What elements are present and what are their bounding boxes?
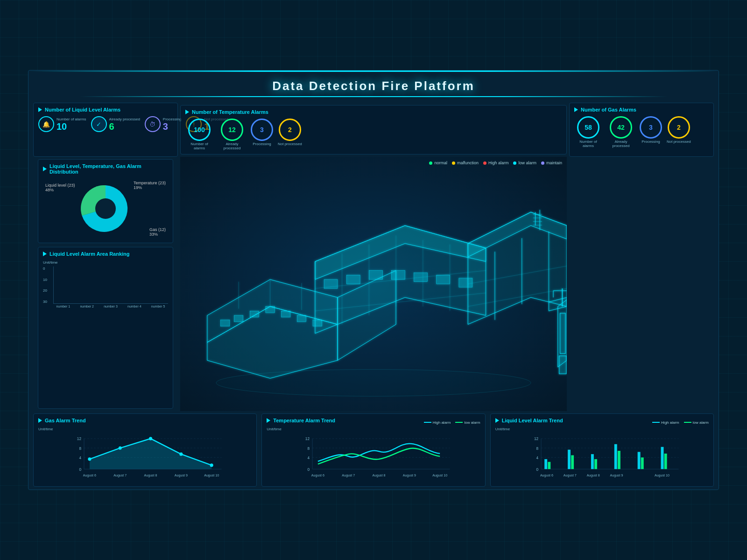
temp-alarms-widget: Number of Temperature Alarms 100 Number … xyxy=(180,105,567,154)
svg-text:0: 0 xyxy=(308,467,310,472)
svg-rect-99 xyxy=(594,459,597,469)
svg-text:August 10: August 10 xyxy=(432,474,447,477)
svg-rect-100 xyxy=(614,444,617,469)
svg-text:August 7: August 7 xyxy=(563,474,576,477)
svg-text:8: 8 xyxy=(79,446,81,451)
liquid-trend-arrow-icon xyxy=(495,418,499,423)
svg-text:12: 12 xyxy=(305,436,310,441)
svg-rect-101 xyxy=(618,451,620,469)
bottom-row: Gas Alarm Trend Unit/time 0 xyxy=(28,411,719,490)
liquid-alarms-widget: Number of Liquid Level Alarms 🔔 Number o… xyxy=(33,103,178,157)
temp-high-line-icon xyxy=(424,422,431,423)
dist-label-gas: Gas (12) 33% xyxy=(149,227,166,237)
bell-icon: 🔔 xyxy=(38,116,54,132)
svg-text:8: 8 xyxy=(536,446,538,451)
gas-trend-arrow-icon xyxy=(38,418,42,423)
svg-text:12: 12 xyxy=(534,436,539,441)
bar-x-label-2: number 2 xyxy=(77,305,97,313)
temp-trend-title: Temperature Alarm Trend xyxy=(267,418,335,423)
svg-text:August 6: August 6 xyxy=(83,474,96,477)
svg-marker-60 xyxy=(90,439,211,469)
left-column: Liquid Level, Temperature, Gas Alarm Dis… xyxy=(33,157,178,411)
gas-alarms-widget: Number of Gas Alarms 58 Number of alarms… xyxy=(569,103,714,157)
svg-rect-103 xyxy=(641,457,643,469)
area-ranking-title: Liquid Level Alarm Area Ranking xyxy=(43,251,168,257)
svg-text:August 6: August 6 xyxy=(311,474,324,477)
header-divider xyxy=(47,96,700,97)
svg-rect-8 xyxy=(282,311,290,317)
svg-text:4: 4 xyxy=(79,455,81,460)
svg-text:August 10: August 10 xyxy=(655,474,669,477)
svg-rect-105 xyxy=(664,454,667,469)
svg-text:August 8: August 8 xyxy=(373,474,386,477)
svg-text:August 9: August 9 xyxy=(403,474,416,477)
liquid-trend-svg: 0 4 8 12 xyxy=(495,433,709,477)
check-icon: ✓ xyxy=(91,116,107,132)
top-section: Number of Liquid Level Alarms 🔔 Number o… xyxy=(28,102,719,157)
liquid-low-legend: low alarm xyxy=(684,420,709,425)
pie-chart-svg xyxy=(78,181,134,237)
dist-label-liquid: Liquid level (23) 48% xyxy=(45,183,75,192)
gas-ring-not-processed: 2 xyxy=(668,116,690,139)
bar-y-labels: 30 20 10 0 xyxy=(43,266,52,304)
temp-trend-arrow-icon xyxy=(267,418,270,423)
outer-background: Data Detection Fire Platform Number of L… xyxy=(0,0,747,560)
gas-y-label: Unit/time xyxy=(38,427,252,431)
liquid-alarm-total: 🔔 Number of alarms 10 xyxy=(38,116,86,132)
gas-trend-widget: Gas Alarm Trend Unit/time 0 xyxy=(33,413,257,487)
svg-rect-97 xyxy=(571,455,574,469)
svg-rect-28 xyxy=(437,275,450,284)
svg-point-65 xyxy=(210,463,213,467)
svg-text:August 10: August 10 xyxy=(204,474,219,477)
header: Data Detection Fire Platform xyxy=(28,70,719,102)
gas-alarms-title: Number of Gas Alarms xyxy=(574,107,709,112)
bar-x-label-5: number 5 xyxy=(148,305,168,313)
liquid-alarms-title: Number of Liquid Level Alarms xyxy=(38,107,173,112)
bar-y-axis-label: Unit/time xyxy=(43,260,168,265)
svg-text:August 7: August 7 xyxy=(113,474,127,477)
gas-trend-svg: 0 4 8 12 xyxy=(38,433,252,477)
svg-text:12: 12 xyxy=(77,436,82,441)
bar-chart-area: 30 20 10 0 number 1number 2number 3numbe… xyxy=(43,266,168,313)
temp-stat-total: 100 Number of alarms xyxy=(185,119,213,150)
temp-alarms-arrow-icon xyxy=(185,110,189,114)
liquid-y-label: Unit/time xyxy=(495,427,709,431)
svg-rect-4 xyxy=(221,320,230,326)
svg-rect-25 xyxy=(369,271,382,280)
bar-x-label-4: number 4 xyxy=(124,305,144,313)
liquid-trend-legend: High alarm low alarm xyxy=(652,420,709,425)
svg-text:4: 4 xyxy=(536,455,538,460)
svg-rect-23 xyxy=(324,280,338,288)
clock-icon: ⏱ xyxy=(145,116,161,132)
svg-rect-27 xyxy=(414,273,428,281)
svg-rect-5 xyxy=(234,315,243,322)
temp-trend-widget: Temperature Alarm Trend High alarm low a… xyxy=(261,413,485,487)
svg-text:August 8: August 8 xyxy=(144,474,157,477)
temp-trend-svg: 0 4 8 12 August 6 August xyxy=(267,433,480,477)
liquid-trend-chart-area: 0 4 8 12 xyxy=(495,433,709,477)
svg-point-62 xyxy=(119,447,122,450)
liquid-high-legend: High alarm xyxy=(652,420,679,425)
gas-stat-processed: 42 Already processed xyxy=(607,116,635,148)
liquid-low-line-icon xyxy=(684,422,691,423)
distribution-widget: Liquid Level, Temperature, Gas Alarm Dis… xyxy=(38,159,173,243)
distribution-title: Liquid Level, Temperature, Gas Alarm Dis… xyxy=(43,163,168,175)
building-wireframe-svg xyxy=(180,157,567,411)
svg-rect-7 xyxy=(266,307,275,313)
bar-x-label-1: number 1 xyxy=(53,305,73,313)
gas-ring-total: 58 xyxy=(577,116,599,139)
liquid-total-text: Number of alarms 10 xyxy=(56,117,86,132)
svg-text:August 9: August 9 xyxy=(175,474,188,477)
svg-rect-95 xyxy=(548,462,550,469)
svg-text:August 8: August 8 xyxy=(586,474,599,477)
gas-stat-not-processed: 2 Not processed xyxy=(667,116,691,148)
temp-ring-processing: 3 xyxy=(251,119,273,141)
temp-y-label: Unit/time xyxy=(267,427,480,431)
liquid-alarm-numbers: 🔔 Number of alarms 10 ✓ Already processe… xyxy=(38,116,173,132)
dist-label-temp: Temperature (23) 19% xyxy=(134,181,166,190)
temp-stat-not-processed: 2 Not processed xyxy=(278,119,302,150)
dist-arrow-icon xyxy=(43,167,47,171)
svg-text:0: 0 xyxy=(536,467,538,472)
temp-ring-total: 100 xyxy=(188,119,211,141)
svg-rect-24 xyxy=(346,275,360,284)
